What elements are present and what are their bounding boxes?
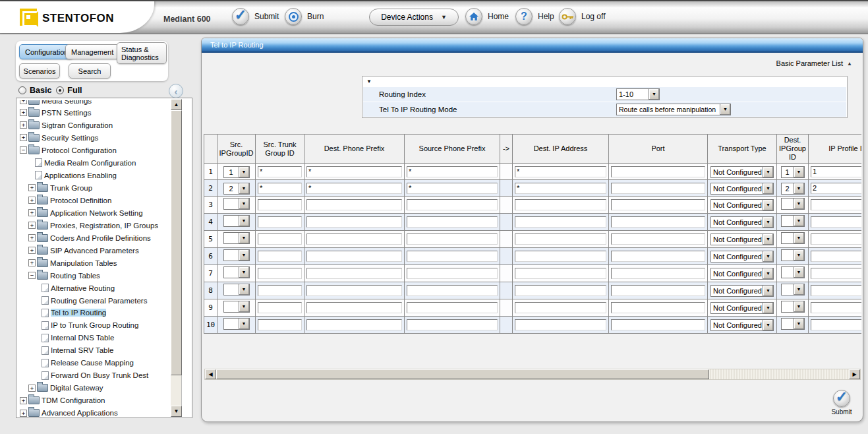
tree-item[interactable]: −Protocol Configuration xyxy=(18,144,171,156)
home-button[interactable]: Home xyxy=(465,8,509,25)
src-ipgroup-select[interactable]: ▼ xyxy=(223,266,250,278)
transport-select[interactable]: Not Configured▼ xyxy=(710,183,774,195)
dest-ipgroup-select[interactable]: ▼ xyxy=(781,318,805,330)
port-input[interactable] xyxy=(611,233,705,245)
expand-plus-icon[interactable]: + xyxy=(20,109,27,116)
dest-ipgroup-select[interactable]: ▼ xyxy=(781,215,805,227)
port-input[interactable] xyxy=(611,319,705,330)
dest-prefix-input[interactable] xyxy=(306,199,402,210)
sidebar-collapse-button[interactable]: ‹ xyxy=(169,84,183,98)
scroll-left-icon[interactable]: ◀ xyxy=(205,369,216,379)
transport-select[interactable]: Not Configured▼ xyxy=(710,285,774,297)
tree-item[interactable]: +Coders And Profile Definitions xyxy=(18,232,171,244)
ip-profile-input[interactable] xyxy=(811,199,861,210)
src-trunk-input[interactable] xyxy=(258,233,302,245)
transport-select[interactable]: Not Configured▼ xyxy=(710,302,774,314)
tree-item[interactable]: Internal DNS Table xyxy=(18,331,171,344)
dest-ip-input[interactable] xyxy=(515,166,606,177)
src-ipgroup-select[interactable]: 1▼ xyxy=(223,166,250,178)
expand-plus-icon[interactable]: + xyxy=(20,410,27,417)
transport-select[interactable]: Not Configured▼ xyxy=(710,199,774,211)
collapse-minus-icon[interactable]: − xyxy=(20,146,27,154)
src-prefix-input[interactable] xyxy=(407,251,498,262)
tab-scenarios[interactable]: Scenarios xyxy=(19,63,60,78)
tree-item[interactable]: Forward On Busy Trunk Dest xyxy=(18,369,171,381)
tree-item[interactable]: Tel to IP Routing xyxy=(18,307,171,319)
horizontal-scrollbar-thumb[interactable] xyxy=(216,369,709,379)
src-trunk-input[interactable] xyxy=(258,319,302,330)
port-input[interactable] xyxy=(611,302,705,313)
routing-mode-select[interactable]: Route calls before manipulation ▼ xyxy=(616,104,731,115)
expand-plus-icon[interactable]: + xyxy=(28,209,36,216)
logoff-button[interactable]: Log off xyxy=(559,8,605,25)
ip-profile-input[interactable] xyxy=(811,183,861,194)
expand-plus-icon[interactable]: + xyxy=(20,100,27,104)
src-trunk-input[interactable] xyxy=(258,285,302,296)
expand-plus-icon[interactable]: + xyxy=(20,121,27,129)
src-trunk-input[interactable] xyxy=(258,251,302,262)
tree-item[interactable]: +Manipulation Tables xyxy=(18,257,171,269)
src-ipgroup-select[interactable]: ▼ xyxy=(223,284,250,295)
tree-item[interactable]: +Media Settings xyxy=(18,100,171,106)
tree-scrollbar-thumb[interactable] xyxy=(171,110,182,375)
ip-profile-input[interactable] xyxy=(811,285,861,296)
tree-item[interactable]: Applications Enabling xyxy=(18,169,171,181)
src-trunk-input[interactable] xyxy=(258,199,302,210)
burn-button[interactable]: Burn xyxy=(285,8,324,25)
transport-select[interactable]: Not Configured▼ xyxy=(710,233,774,245)
dest-ipgroup-select[interactable]: ▼ xyxy=(781,249,805,261)
transport-select[interactable]: Not Configured▼ xyxy=(710,166,774,178)
port-input[interactable] xyxy=(611,216,705,228)
scroll-right-icon[interactable]: ▶ xyxy=(849,369,860,379)
ip-profile-input[interactable] xyxy=(811,166,861,177)
dest-ip-input[interactable] xyxy=(515,251,606,262)
tree-item[interactable]: +Digital Gateway xyxy=(18,381,171,394)
help-button[interactable]: ? Help xyxy=(515,8,554,25)
transport-select[interactable]: Not Configured▼ xyxy=(710,216,774,228)
submit-button[interactable]: ✓ Submit xyxy=(824,390,859,416)
ip-profile-input[interactable] xyxy=(811,319,861,330)
src-ipgroup-select[interactable]: ▼ xyxy=(223,249,250,261)
basic-radio[interactable]: Basic xyxy=(18,86,51,95)
ip-profile-input[interactable] xyxy=(811,233,861,245)
tree-item[interactable]: +Security Settings xyxy=(18,131,171,144)
dest-ip-input[interactable] xyxy=(515,268,606,279)
dest-ip-input[interactable] xyxy=(515,302,606,313)
src-prefix-input[interactable] xyxy=(407,268,498,279)
dest-ip-input[interactable] xyxy=(515,183,606,194)
transport-select[interactable]: Not Configured▼ xyxy=(710,268,774,280)
dest-ip-input[interactable] xyxy=(515,233,606,245)
tree-item[interactable]: +PSTN Settings xyxy=(18,106,171,119)
group-collapse-toggle[interactable]: ▼ xyxy=(363,77,846,86)
dest-ipgroup-select[interactable]: ▼ xyxy=(781,284,805,295)
scroll-down-icon[interactable]: ▼ xyxy=(171,406,182,417)
dest-ip-input[interactable] xyxy=(515,216,606,228)
src-ipgroup-select[interactable]: ▼ xyxy=(223,318,250,330)
dest-ipgroup-select[interactable]: ▼ xyxy=(781,198,805,210)
expand-plus-icon[interactable]: + xyxy=(28,184,36,191)
dest-prefix-input[interactable] xyxy=(306,233,402,245)
dest-ip-input[interactable] xyxy=(515,319,606,330)
port-input[interactable] xyxy=(611,183,705,194)
tree-item[interactable]: Release Cause Mapping xyxy=(18,356,171,369)
tree-item[interactable]: +Advanced Applications xyxy=(18,406,171,417)
tree-item[interactable]: Routing General Parameters xyxy=(18,294,171,307)
src-trunk-input[interactable] xyxy=(258,302,302,313)
src-trunk-input[interactable] xyxy=(258,183,302,194)
transport-select[interactable]: Not Configured▼ xyxy=(710,319,774,331)
expand-plus-icon[interactable]: + xyxy=(28,247,36,254)
src-ipgroup-select[interactable]: ▼ xyxy=(223,198,250,210)
tab-search[interactable]: Search xyxy=(69,63,111,78)
transport-select[interactable]: Not Configured▼ xyxy=(710,251,774,263)
tree-item[interactable]: −Routing Tables xyxy=(18,269,171,282)
src-trunk-input[interactable] xyxy=(258,268,302,279)
expand-plus-icon[interactable]: + xyxy=(20,397,27,404)
src-ipgroup-select[interactable]: ▼ xyxy=(223,301,250,313)
tree-item[interactable]: +Proxies, Registration, IP Groups xyxy=(18,219,171,232)
src-ipgroup-select[interactable]: ▼ xyxy=(223,215,250,227)
tree-item[interactable]: Alternative Routing xyxy=(18,282,171,294)
src-prefix-input[interactable] xyxy=(407,233,498,245)
ip-profile-input[interactable] xyxy=(811,268,861,279)
tree-item[interactable]: +Sigtran Configuration xyxy=(18,119,171,131)
src-prefix-input[interactable] xyxy=(407,216,498,228)
